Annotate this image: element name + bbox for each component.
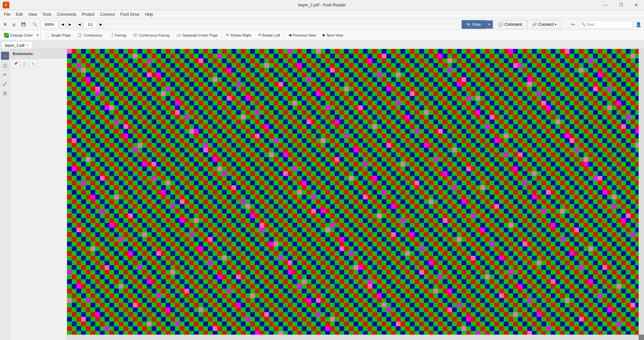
minimize-button[interactable]: — — [598, 0, 613, 10]
sidebar: 🔖 ◫ ✏ 🖊 ☰ Bookmarks 📌 📋 📎 — [0, 49, 67, 340]
comment-tab-icon: 💬 — [498, 22, 503, 27]
separate-cover-label: Separate Cover Page — [182, 33, 218, 37]
view-tab-arrow[interactable]: ▾ — [486, 20, 493, 29]
restore-button[interactable]: ❐ — [613, 0, 629, 10]
separate-cover-button[interactable]: 📖 Separate Cover Page — [173, 31, 221, 40]
sidebar-tool-3[interactable]: 📎 — [30, 60, 37, 67]
rotate-left-icon: ↺ — [258, 33, 261, 37]
menu-foxit-drive[interactable]: Foxit Drive — [118, 11, 142, 17]
view-tab-icon: 👁 — [467, 22, 471, 27]
facing-label: Facing — [115, 33, 126, 37]
zoom-decrease-button[interactable]: ◀ — [59, 21, 66, 28]
rotate-left-label: Rotate Left — [262, 33, 280, 37]
rotate-right-button[interactable]: ↻ Rotate Right — [223, 31, 254, 40]
sidebar-icon-stamps[interactable]: 🖊 — [1, 80, 9, 88]
search-input[interactable] — [579, 20, 633, 29]
next-view-button[interactable]: ▶ Next View — [319, 31, 346, 40]
search-icon: 🔍 — [581, 22, 586, 27]
next-page-button[interactable]: ▶ — [98, 21, 104, 28]
doc-tab[interactable]: bayer_2.pdf × — [1, 41, 33, 49]
tab-connect[interactable]: 🔗 Connect ▾ — [527, 20, 561, 29]
facing-icon: 📑 — [109, 33, 114, 37]
continuous-facing-label: Continuous Facing — [139, 33, 170, 37]
menu-file[interactable]: File — [1, 11, 13, 17]
change-color-dropdown[interactable]: ▾ — [36, 31, 40, 40]
menu-comments[interactable]: Comments — [54, 11, 79, 17]
toolbar-icon1[interactable]: ⊞ — [1, 20, 9, 29]
connect-tab-icon: 🔗 — [532, 22, 537, 27]
pdf-canvas — [67, 49, 639, 335]
menu-tools[interactable]: Tools — [40, 11, 54, 17]
continuous-button[interactable]: 📋 Continuous — [74, 31, 106, 40]
bookmarks-panel: Bookmarks 📌 📋 📎 — [10, 49, 67, 340]
pdf-content-area — [67, 49, 644, 340]
bookmarks-title: Bookmarks — [13, 52, 33, 56]
home-icon: ⊞ — [4, 22, 7, 27]
edit-icon-btn[interactable]: ✏ — [569, 20, 578, 29]
sidebar-tool-1[interactable]: 📌 — [12, 60, 19, 67]
main-toolbar: ⊞ 🖨 💾 🔍 ◀ ▶ ◀ ▶ 👁 View ▾ 💬 Comment 🔗 — [0, 19, 644, 30]
separate-cover-icon: 📖 — [176, 33, 181, 37]
main-area: 🔖 ◫ ✏ 🖊 ☰ Bookmarks 📌 📋 📎 — [0, 49, 644, 340]
menu-view[interactable]: View — [25, 11, 40, 17]
sidebar-tools: 📌 📋 📎 — [10, 58, 67, 68]
bookmarks-header: Bookmarks — [10, 49, 67, 58]
tab-filename: bayer_2.pdf — [5, 43, 24, 47]
rotate-right-icon: ↻ — [226, 33, 229, 37]
separator-2 — [222, 32, 222, 39]
page-navigation: ◀ ▶ — [76, 21, 104, 28]
window-title: bayer_2.pdf - Foxit Reader — [298, 3, 346, 7]
save-icon: 💾 — [21, 22, 26, 27]
menu-protect[interactable]: Protect — [79, 11, 97, 17]
menu-connect[interactable]: Connect — [97, 11, 118, 17]
continuous-facing-icon: 📰 — [133, 33, 138, 37]
change-color-button[interactable]: Change Color — [1, 31, 36, 40]
zoom-out-button[interactable]: 🔍 — [30, 20, 40, 29]
next-view-label: Next View — [327, 33, 343, 37]
color-icon — [4, 33, 9, 38]
rotate-right-label: Rotate Right — [230, 33, 251, 37]
tab-bar: bayer_2.pdf × — [0, 40, 644, 49]
tab-comment[interactable]: 💬 Comment — [493, 20, 527, 29]
zoom-controls: 🔍 ◀ ▶ — [30, 20, 73, 29]
previous-view-label: Previous View — [292, 33, 316, 37]
horizontal-scrollbar[interactable] — [67, 335, 639, 340]
vertical-scrollbar[interactable] — [639, 49, 644, 335]
continuous-facing-button[interactable]: 📰 Continuous Facing — [129, 31, 173, 40]
zoom-input[interactable] — [40, 21, 59, 28]
next-view-icon: ▶ — [323, 33, 325, 37]
toolbar-print[interactable]: 🖨 — [10, 20, 18, 29]
previous-view-button[interactable]: ◀ Previous View — [285, 31, 319, 40]
sidebar-icon-fields[interactable]: ☰ — [1, 89, 9, 97]
single-page-button[interactable]: 📄 Single Page — [42, 31, 74, 40]
prev-page-button[interactable]: ◀ — [76, 21, 83, 28]
close-button[interactable]: ✕ — [629, 0, 644, 10]
menu-bar: File Edit View Tools Comments Protect Co… — [0, 10, 644, 19]
separator-1 — [41, 32, 41, 39]
rotate-left-button[interactable]: ↺ Rotate Left — [255, 31, 284, 40]
right-toolbar: ✏ 🔍 👤 — [569, 20, 643, 29]
single-page-icon: 📄 — [45, 33, 50, 37]
sidebar-icon-annotations[interactable]: ✏ — [1, 70, 9, 79]
menu-edit[interactable]: Edit — [13, 11, 25, 17]
separator-3 — [284, 32, 284, 39]
zoom-icon: 🔍 — [33, 22, 37, 27]
zoom-increase-button[interactable]: ▶ — [67, 21, 73, 28]
view-tab-label: View — [472, 22, 481, 27]
comment-tab-label: Comment — [504, 22, 522, 27]
toolbar-save[interactable]: 💾 — [19, 20, 28, 29]
tab-view[interactable]: 👁 View — [462, 20, 486, 29]
profile-icon-btn[interactable]: 👤 — [634, 20, 643, 29]
close-tab-button[interactable]: × — [26, 43, 29, 47]
title-bar: F bayer_2.pdf - Foxit Reader — ❐ ✕ — [0, 0, 644, 10]
menu-help[interactable]: Help — [142, 11, 156, 17]
sidebar-icon-layers[interactable]: ◫ — [1, 61, 9, 69]
sidebar-icon-bookmarks[interactable]: 🔖 — [1, 52, 9, 60]
page-input[interactable] — [84, 21, 97, 28]
facing-button[interactable]: 📑 Facing — [106, 31, 129, 40]
change-color-label: Change Color — [10, 33, 33, 37]
previous-view-icon: ◀ — [288, 33, 291, 37]
print-icon: 🖨 — [12, 22, 16, 27]
connect-tab-label: Connect — [538, 22, 553, 27]
sidebar-tool-2[interactable]: 📋 — [21, 60, 28, 67]
